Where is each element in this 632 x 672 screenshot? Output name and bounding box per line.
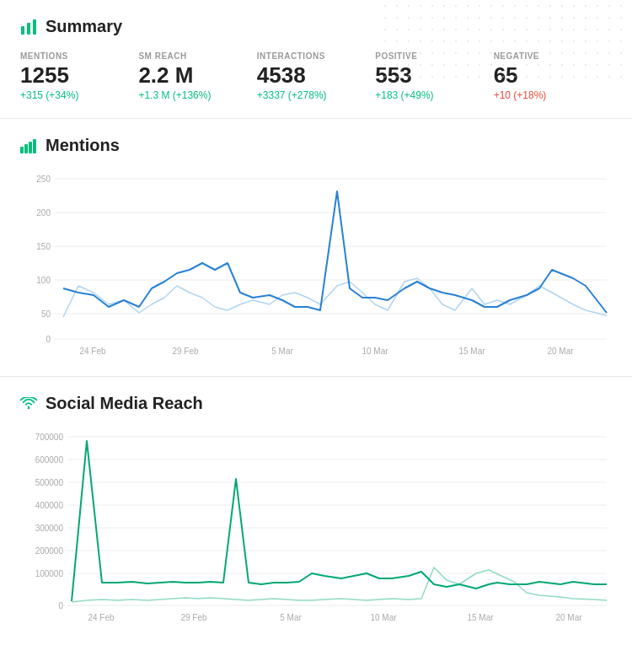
- svg-text:15 Mar: 15 Mar: [458, 347, 485, 356]
- metric-interactions: INTERACTIONS 4538 +3337 (+278%): [257, 51, 375, 101]
- svg-text:100: 100: [36, 276, 51, 285]
- svg-rect-5: [29, 142, 32, 153]
- metric-label-1: SM REACH: [138, 51, 256, 61]
- svg-text:24 Feb: 24 Feb: [88, 613, 115, 622]
- metrics-row: MENTIONS 1255 +315 (+34%) SM REACH 2.2 M…: [20, 51, 612, 101]
- metric-change-2: +3337 (+278%): [257, 89, 375, 101]
- metric-change-3: +183 (+49%): [375, 89, 493, 101]
- mentions-title-row: Mentions: [20, 136, 612, 155]
- reach-chart-wrapper: 700000 600000 500000 400000 300000 20000…: [20, 428, 612, 634]
- svg-rect-6: [33, 139, 36, 153]
- svg-text:15 Mar: 15 Mar: [467, 613, 494, 622]
- metric-change-1: +1.3 M (+136%): [138, 89, 256, 101]
- svg-text:20 Mar: 20 Mar: [547, 347, 574, 356]
- svg-point-25: [28, 406, 30, 409]
- svg-rect-1: [27, 23, 30, 35]
- metric-mentions: MENTIONS 1255 +315 (+34%): [20, 51, 138, 101]
- metric-value-0: 1255: [20, 64, 138, 86]
- mentions-icon: [20, 137, 37, 154]
- metric-label-0: MENTIONS: [20, 51, 138, 61]
- reach-icon: [20, 395, 37, 412]
- reach-title: Social Media Reach: [46, 394, 203, 413]
- summary-title: Summary: [46, 17, 122, 36]
- reach-section: Social Media Reach 700000 600000 500000 …: [0, 377, 632, 651]
- reach-title-row: Social Media Reach: [20, 394, 612, 413]
- mentions-title: Mentions: [46, 136, 120, 155]
- svg-text:600000: 600000: [35, 455, 64, 465]
- summary-title-row: Summary: [20, 17, 612, 36]
- svg-text:50: 50: [41, 309, 51, 319]
- svg-text:100000: 100000: [35, 569, 64, 578]
- svg-rect-2: [33, 19, 36, 35]
- metric-value-4: 65: [494, 64, 612, 86]
- mentions-chart-wrapper: 250 200 150 100 50 0 24 Feb 29 Feb 5 Mar…: [20, 170, 612, 359]
- svg-text:150: 150: [36, 242, 51, 251]
- svg-rect-0: [21, 26, 24, 35]
- metric-positive: POSITIVE 553 +183 (+49%): [375, 51, 493, 101]
- metric-label-3: POSITIVE: [375, 51, 493, 61]
- metric-value-3: 553: [375, 64, 493, 86]
- svg-text:0: 0: [58, 601, 63, 610]
- metric-change-4: +10 (+18%): [494, 89, 612, 101]
- metric-change-0: +315 (+34%): [20, 89, 138, 101]
- metric-label-2: INTERACTIONS: [257, 51, 375, 61]
- svg-text:200: 200: [36, 208, 51, 218]
- metric-value-2: 4538: [257, 64, 375, 86]
- svg-text:20 Mar: 20 Mar: [555, 613, 582, 622]
- metric-value-1: 2.2 M: [138, 64, 256, 86]
- svg-text:5 Mar: 5 Mar: [271, 347, 293, 356]
- reach-chart: 700000 600000 500000 400000 300000 20000…: [20, 428, 612, 631]
- svg-text:300000: 300000: [35, 524, 64, 533]
- svg-text:0: 0: [46, 335, 51, 344]
- svg-text:250: 250: [36, 175, 51, 184]
- svg-text:400000: 400000: [35, 501, 64, 510]
- svg-text:5 Mar: 5 Mar: [280, 613, 302, 622]
- metric-sm-reach: SM REACH 2.2 M +1.3 M (+136%): [138, 51, 256, 101]
- svg-text:200000: 200000: [35, 546, 64, 556]
- svg-text:24 Feb: 24 Feb: [79, 347, 106, 356]
- svg-text:29 Feb: 29 Feb: [180, 613, 207, 622]
- svg-text:29 Feb: 29 Feb: [172, 347, 199, 356]
- svg-text:700000: 700000: [35, 433, 64, 442]
- svg-rect-3: [20, 147, 24, 153]
- svg-text:500000: 500000: [35, 478, 64, 487]
- metric-negative: NEGATIVE 65 +10 (+18%): [494, 51, 612, 101]
- summary-section: Summary MENTIONS 1255 +315 (+34%) SM REA…: [0, 0, 632, 119]
- svg-rect-4: [24, 144, 28, 153]
- svg-text:10 Mar: 10 Mar: [362, 347, 388, 356]
- summary-icon: [20, 19, 37, 35]
- mentions-chart: 250 200 150 100 50 0 24 Feb 29 Feb 5 Mar…: [20, 170, 612, 356]
- metric-label-4: NEGATIVE: [494, 51, 612, 61]
- mentions-section: Mentions 250 200 150 100 50 0 24 Feb 29 …: [0, 119, 632, 377]
- svg-text:10 Mar: 10 Mar: [370, 613, 397, 622]
